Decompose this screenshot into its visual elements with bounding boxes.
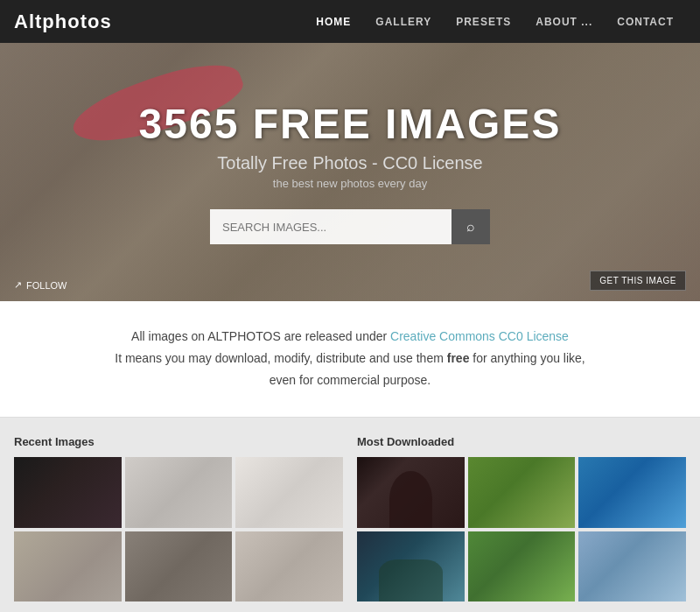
get-image-button[interactable]: GET THIS IMAGE (590, 271, 686, 291)
nav-presets[interactable]: PRESETS (444, 0, 523, 43)
nav-about[interactable]: ABOUT ... (523, 0, 605, 43)
hero-title: 3565 FREE IMAGES (139, 100, 562, 148)
list-item[interactable] (125, 457, 233, 528)
hero-subtitle: Totally Free Photos - CC0 License (217, 153, 482, 173)
nav-contact[interactable]: CONTACT (605, 0, 686, 43)
most-downloaded-title: Most Downloaded (357, 435, 686, 448)
list-item[interactable] (357, 457, 465, 528)
logo: Altphotos (14, 11, 112, 33)
info-section: All images on ALTPHOTOS are released und… (0, 301, 700, 418)
list-item[interactable] (14, 457, 122, 528)
hero-section: 3565 FREE IMAGES Totally Free Photos - C… (0, 43, 700, 301)
list-item[interactable] (578, 457, 686, 528)
follow-label: FOLLOW (26, 280, 66, 291)
list-item[interactable] (235, 531, 343, 602)
content-section: Recent Images Most Downloaded (0, 418, 700, 612)
list-item[interactable] (125, 531, 233, 602)
search-input[interactable] (210, 209, 452, 244)
list-item[interactable] (468, 531, 576, 602)
hero-follow[interactable]: ↗ FOLLOW (14, 279, 66, 291)
most-downloaded-column: Most Downloaded (357, 435, 686, 602)
list-item[interactable] (357, 531, 465, 602)
recent-images-column: Recent Images (14, 435, 343, 602)
most-downloaded-grid (357, 457, 686, 602)
recent-images-grid (14, 457, 343, 602)
info-line1: All images on ALTPHOTOS are released und… (18, 326, 682, 348)
info-line2: It means you may download, modify, distr… (18, 348, 682, 369)
list-item[interactable] (235, 457, 343, 528)
search-bar: ⌕ (210, 209, 490, 244)
image-columns: Recent Images Most Downloaded (14, 435, 686, 602)
follow-icon: ↗ (14, 279, 22, 291)
nav-home[interactable]: HOME (304, 0, 363, 43)
search-button[interactable]: ⌕ (452, 209, 490, 244)
header: Altphotos HOME GALLERY PRESETS ABOUT ...… (0, 0, 700, 43)
recent-images-title: Recent Images (14, 435, 343, 448)
search-icon: ⌕ (466, 219, 475, 235)
info-line3: even for commercial purpose. (18, 369, 682, 391)
main-nav: HOME GALLERY PRESETS ABOUT ... CONTACT (304, 0, 686, 43)
cc-license-link[interactable]: Creative Commons CC0 License (390, 329, 569, 343)
list-item[interactable] (14, 531, 122, 602)
list-item[interactable] (468, 457, 576, 528)
nav-gallery[interactable]: GALLERY (363, 0, 444, 43)
list-item[interactable] (578, 531, 686, 602)
hero-tagline: the best new photos every day (273, 177, 427, 190)
